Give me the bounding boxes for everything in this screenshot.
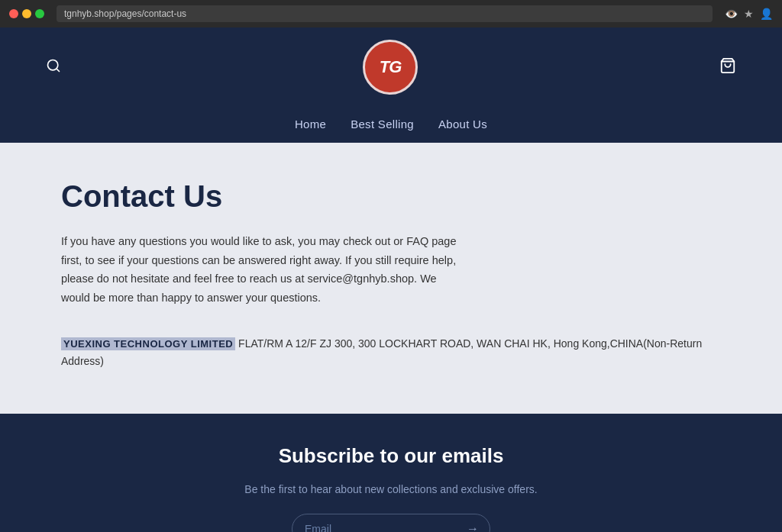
search-icon[interactable] (46, 58, 61, 77)
star-icon[interactable]: ★ (744, 8, 754, 20)
nav-about-us[interactable]: About Us (438, 118, 487, 131)
logo[interactable]: TG (363, 40, 418, 95)
eye-slash-icon[interactable]: 👁️ (725, 8, 738, 20)
company-name: YUEXING TECHNOLOGY LIMITED (61, 337, 235, 350)
svg-line-1 (57, 68, 60, 71)
nav-best-selling[interactable]: Best Selling (351, 118, 414, 131)
site-header: TG Home Best Selling About Us (0, 27, 782, 143)
browser-chrome: tgnhyb.shop/pages/contact-us 👁️ ★ 👤 (0, 0, 782, 27)
nav-bar: Home Best Selling About Us (295, 107, 487, 143)
browser-actions: 👁️ ★ 👤 (725, 8, 773, 20)
header-top: TG (46, 27, 736, 107)
browser-dots (9, 9, 44, 18)
url-bar[interactable]: tgnhyb.shop/pages/contact-us (57, 5, 713, 22)
footer: Subscribe to our emails Be the first to … (0, 414, 782, 532)
incognito-icon[interactable]: 👤 (760, 8, 773, 20)
contact-description: If you have any questions you would like… (61, 232, 458, 308)
main-content: Contact Us If you have any questions you… (0, 143, 782, 414)
email-form[interactable]: → (292, 514, 490, 532)
subscribe-title: Subscribe to our emails (279, 444, 504, 468)
url-text: tgnhyb.shop/pages/contact-us (64, 8, 186, 19)
nav-home[interactable]: Home (295, 118, 326, 131)
logo-text: TG (380, 57, 402, 77)
email-input[interactable] (292, 515, 456, 532)
cart-icon[interactable] (719, 57, 736, 78)
dot-red (9, 9, 18, 18)
email-submit-button[interactable]: → (456, 514, 490, 532)
page-title: Contact Us (61, 179, 721, 214)
subscribe-subtitle: Be the first to hear about new collectio… (244, 483, 537, 495)
dot-green (35, 9, 44, 18)
dot-yellow (22, 9, 31, 18)
address-block: YUEXING TECHNOLOGY LIMITED FLAT/RM A 12/… (61, 335, 721, 372)
